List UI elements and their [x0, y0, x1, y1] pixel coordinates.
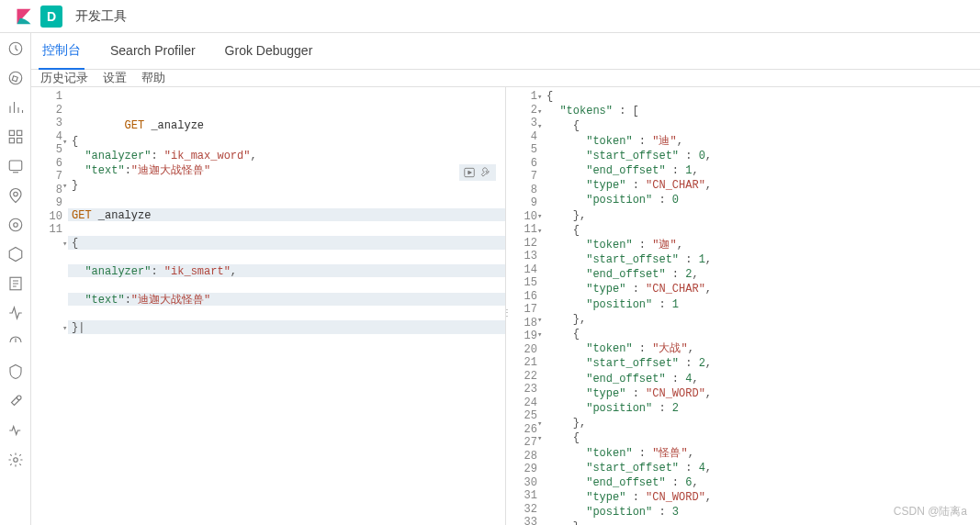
- console-subbar: 历史记录 设置 帮助: [31, 70, 980, 87]
- history-link[interactable]: 历史记录: [40, 70, 88, 86]
- response-viewer[interactable]: 1234567891011121314151617181920212223242…: [506, 87, 980, 525]
- request-editor[interactable]: 1234567891011 GET _analyze ▾{ "analyzer"…: [31, 87, 505, 525]
- svg-point-11: [17, 396, 21, 400]
- side-nav: [0, 33, 31, 525]
- watermark: CSDN @陆离a: [894, 504, 967, 519]
- nav-canvas-icon[interactable]: [7, 158, 24, 174]
- nav-discover-icon[interactable]: [7, 70, 24, 86]
- top-header: D 开发工具: [0, 0, 980, 33]
- nav-recent-icon[interactable]: [7, 40, 24, 57]
- nav-management-icon[interactable]: [7, 452, 24, 468]
- tab-1[interactable]: Search Profiler: [107, 34, 199, 69]
- pane-divider[interactable]: [505, 87, 506, 525]
- nav-siem-icon[interactable]: [7, 363, 24, 380]
- settings-link[interactable]: 设置: [103, 70, 127, 86]
- tab-2[interactable]: Grok Debugger: [221, 34, 317, 69]
- svg-rect-4: [9, 139, 14, 143]
- svg-point-7: [13, 192, 17, 196]
- nav-ml-icon[interactable]: [7, 217, 24, 233]
- nav-logs-icon[interactable]: [7, 275, 24, 292]
- svg-rect-2: [9, 130, 14, 135]
- kibana-logo-icon: [15, 7, 33, 26]
- nav-uptime-icon[interactable]: [7, 334, 24, 351]
- nav-apm-icon[interactable]: [7, 305, 24, 321]
- nav-infra-icon[interactable]: [7, 246, 24, 262]
- svg-point-9: [9, 218, 22, 231]
- wrench-icon[interactable]: [479, 166, 492, 179]
- nav-visualize-icon[interactable]: [7, 99, 24, 116]
- svg-point-8: [13, 223, 17, 228]
- nav-monitor-icon[interactable]: [7, 422, 24, 439]
- nav-devtools-icon[interactable]: [7, 393, 24, 409]
- svg-rect-5: [17, 139, 21, 143]
- help-link[interactable]: 帮助: [141, 70, 165, 86]
- breadcrumb[interactable]: 开发工具: [75, 8, 127, 25]
- svg-point-1: [9, 72, 22, 84]
- request-actions: [459, 164, 496, 181]
- svg-rect-3: [17, 130, 21, 135]
- svg-rect-6: [9, 161, 22, 171]
- dev-tools-tabs: 控制台Search ProfilerGrok Debugger: [31, 33, 980, 70]
- play-icon[interactable]: [463, 166, 476, 179]
- nav-dashboard-icon[interactable]: [7, 128, 24, 145]
- nav-maps-icon[interactable]: [7, 187, 24, 204]
- tab-0[interactable]: 控制台: [39, 33, 84, 70]
- svg-point-12: [13, 458, 17, 463]
- app-badge: D: [40, 6, 62, 28]
